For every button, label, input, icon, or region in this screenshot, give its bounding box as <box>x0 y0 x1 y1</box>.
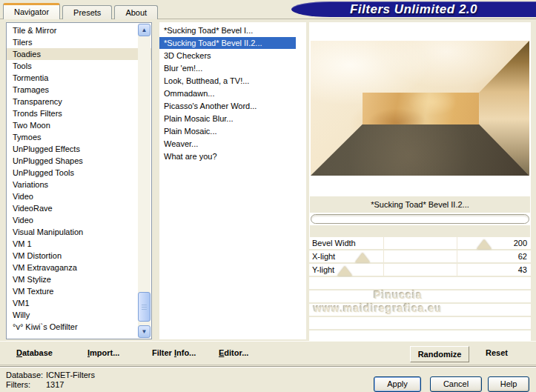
randomize-button[interactable]: Randomize <box>410 346 469 362</box>
filter-item[interactable]: Picasso's Another Word... <box>159 100 296 112</box>
category-item[interactable]: VM Extravaganza <box>7 262 151 273</box>
category-item[interactable]: Visual Manipulation <box>7 226 151 238</box>
slider-thumb[interactable] <box>355 253 370 262</box>
category-item[interactable]: VM Stylize <box>7 273 151 285</box>
slider-thumb[interactable] <box>337 266 352 276</box>
action-strip: Database Import... Filter Info... Editor… <box>0 341 536 365</box>
slider-row[interactable]: Bevel Width200 <box>309 237 531 250</box>
category-item[interactable]: Video <box>7 214 151 226</box>
category-item[interactable]: Tramages <box>7 84 151 96</box>
status-bar: Database:ICNET-Filters Filters:1317 Appl… <box>0 366 536 392</box>
category-item[interactable]: VM Distortion <box>7 250 151 262</box>
category-item[interactable]: Transparency <box>7 96 151 107</box>
slider-label: X-light <box>312 250 335 262</box>
category-item[interactable]: Variations <box>7 179 151 190</box>
category-item[interactable]: Willy <box>7 309 151 321</box>
category-item[interactable]: UnPlugged Shapes <box>7 155 151 167</box>
help-button[interactable]: Help <box>488 376 529 392</box>
filter-item[interactable]: Plain Mosaic... <box>159 125 296 137</box>
category-item[interactable]: °v° Kiwi`s Oelfilter <box>7 321 151 333</box>
category-item[interactable]: Tools <box>7 60 151 72</box>
filter-item[interactable]: *Sucking Toad* Bevel I... <box>159 24 296 36</box>
category-scrollbar[interactable]: ▲ ▼ <box>138 24 150 338</box>
tab-presets[interactable]: Presets <box>62 5 112 19</box>
slider-thumb[interactable] <box>477 239 492 249</box>
app-title-banner: Filters Unlimited 2.0 <box>291 1 536 17</box>
filter-preview-image <box>311 41 529 176</box>
database-label: atabase <box>22 348 53 357</box>
tab-about[interactable]: About <box>114 5 158 19</box>
filter-item[interactable]: Ommadawn... <box>159 87 296 99</box>
category-item[interactable]: VM Texture <box>7 285 151 297</box>
category-item[interactable]: UnPlugged Effects <box>7 143 151 155</box>
category-item[interactable]: UnPlugged Tools <box>7 167 151 179</box>
slider-row[interactable]: X-light62 <box>309 250 531 264</box>
slider-tick <box>383 237 384 249</box>
slider-tick <box>383 250 384 262</box>
filters-count-value: 1317 <box>46 380 64 389</box>
filter-item[interactable]: Weaver... <box>159 138 296 150</box>
cancel-button[interactable]: Cancel <box>430 376 482 392</box>
empty-row <box>309 317 531 330</box>
tab-navigator[interactable]: Navigator <box>3 3 60 19</box>
scrollbar-thumb[interactable] <box>138 292 150 322</box>
apply-button[interactable]: Apply <box>374 376 421 392</box>
category-item[interactable]: Tilers <box>7 36 151 48</box>
category-item[interactable]: Tymoes <box>7 131 151 143</box>
filter-info-label: nfo... <box>176 348 196 357</box>
filter-info-pre: Filter <box>152 348 174 357</box>
slider-tick <box>457 250 457 262</box>
slider-label: Bevel Width <box>312 237 356 249</box>
panel-spacer <box>310 225 530 237</box>
status-text: Database:ICNET-Filters Filters:1317 <box>6 371 95 390</box>
watermark-author: Pinuccia <box>339 289 457 301</box>
category-item[interactable]: VideoRave <box>7 202 151 214</box>
reset-button[interactable]: Reset <box>486 348 508 357</box>
watermark-url: www.maidiregrafica.eu <box>309 302 446 314</box>
category-item[interactable]: Tile & Mirror <box>7 24 151 36</box>
filter-item[interactable]: *Sucking Toad* Bevel II.2... <box>159 37 296 49</box>
filter-list[interactable]: *Sucking Toad* Bevel I...*Sucking Toad* … <box>159 22 306 339</box>
editor-label: ditor... <box>224 348 248 357</box>
filter-item[interactable]: What are you? <box>159 150 296 162</box>
scroll-up-icon[interactable]: ▲ <box>138 24 150 36</box>
slider-tick <box>383 264 384 276</box>
filters-count-label: Filters: <box>6 380 46 390</box>
database-status-label: Database: <box>6 371 46 380</box>
preview-bevel-center <box>363 93 479 124</box>
filter-item[interactable]: Plain Mosaic Blur... <box>159 113 296 124</box>
database-hotkey: D <box>16 348 22 357</box>
category-item[interactable]: Two Moon <box>7 119 151 131</box>
category-item[interactable]: Video <box>7 190 151 202</box>
database-button[interactable]: Database <box>16 348 53 357</box>
selected-filter-label: *Sucking Toad* Bevel II.2... <box>310 196 530 213</box>
filters-unlimited-dialog: Navigator Presets About Filters Unlimite… <box>0 0 536 392</box>
slider-group: Bevel Width200X-light62Y-light43 <box>309 237 531 277</box>
slider-value: 200 <box>514 237 527 249</box>
database-status-value: ICNET-Filters <box>46 371 95 379</box>
import-label: mport... <box>90 348 119 357</box>
category-rows: Tile & MirrorTilersToadiesToolsTormentia… <box>7 23 151 333</box>
slider-row[interactable]: Y-light43 <box>309 264 531 277</box>
scroll-down-icon[interactable]: ▼ <box>138 325 150 338</box>
category-list[interactable]: Tile & MirrorTilersToadiesToolsTormentia… <box>6 22 152 339</box>
filter-item[interactable]: Blur 'em!... <box>159 62 296 74</box>
category-item[interactable]: VM 1 <box>7 238 151 250</box>
category-item[interactable]: Toadies <box>7 48 151 60</box>
filter-item[interactable]: 3D Checkers <box>159 50 296 62</box>
progress-bar <box>311 214 529 224</box>
editor-button[interactable]: Editor... <box>219 348 248 357</box>
slider-tick <box>457 264 457 276</box>
filter-item[interactable]: Look, Butthead, a TV!... <box>159 75 296 87</box>
category-item[interactable]: VM1 <box>7 297 151 309</box>
category-item[interactable]: Tronds Filters <box>7 107 151 119</box>
category-item[interactable]: Tormentia <box>7 72 151 84</box>
filter-info-button[interactable]: Filter Info... <box>152 348 196 357</box>
tab-strip: Navigator Presets About <box>3 3 160 19</box>
slider-tick <box>457 237 457 249</box>
slider-value: 43 <box>518 264 527 276</box>
preview-panel: *Sucking Toad* Bevel II.2... Bevel Width… <box>309 22 531 339</box>
slider-label: Y-light <box>312 264 334 276</box>
import-button[interactable]: Import... <box>87 348 119 357</box>
slider-value: 62 <box>518 250 527 262</box>
